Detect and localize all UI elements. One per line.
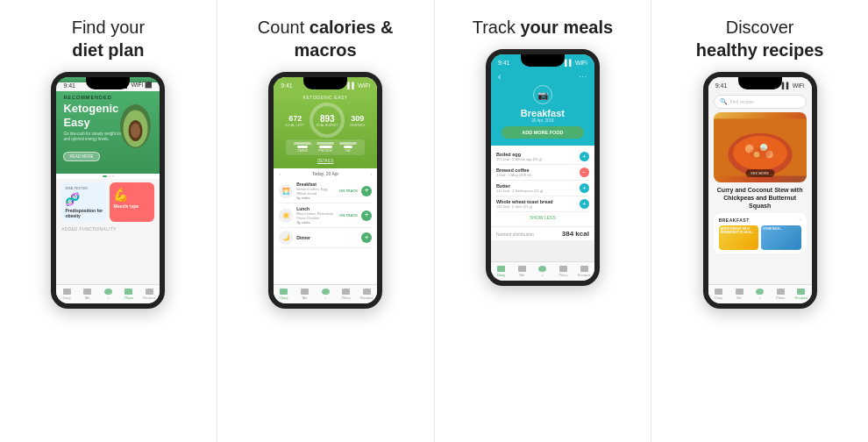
phone3-screen: 9:41 ▌▌ WiFi ‹ ··· 📷 Breakfast 30 Apr, 2… — [491, 54, 594, 281]
tab-me[interactable]: Me — [77, 289, 98, 300]
svg-point-3 — [131, 124, 140, 139]
tab-recipes[interactable]: Recipes — [139, 289, 160, 300]
calories-row: 672 KCAL LEFT 893 KCAL BUDGET 309 BURNED — [281, 103, 370, 138]
tab3-me[interactable]: Me — [511, 266, 532, 277]
breakfast-section: BREAKFAST › ANTIOXIDANT RICH BREAKFAST P… — [714, 213, 807, 253]
recipe-thumb-2: #YEW INCH... — [761, 225, 801, 250]
phone4-screen: 9:41 ▌▌ WiFi 🔍 Find recipes — [708, 77, 812, 303]
panel4-title: Discover healthy recipes — [696, 16, 824, 61]
food-list: Boiled egg 151 kcal · 2 Whole egg (55 g)… — [491, 146, 594, 226]
phone4-tabs: Diary Me + Plans Recipes — [708, 284, 812, 303]
tab2-add[interactable]: + — [315, 289, 336, 300]
phone4-status-bar: 9:41 ▌▌ WiFi — [708, 77, 812, 91]
diary-section: ‹ Today, 20 Apr › 🌅 Breakfast Brewed cof… — [274, 168, 377, 251]
meal-dinner: 🌙 Dinner + — [279, 228, 372, 248]
details-button[interactable]: DETAILS — [281, 157, 370, 165]
phone3-header: ‹ ··· 📷 Breakfast 30 Apr, 2018 ADD MORE … — [491, 68, 594, 146]
right-calories: 309 BURNED — [350, 114, 365, 127]
tab4-add[interactable]: + — [750, 289, 771, 300]
add-egg-button[interactable]: + — [580, 152, 589, 161]
feature-cards: DNA-TESTER 🧬 Predisposition for obesity … — [56, 179, 160, 225]
tab2-recipes[interactable]: Recipes — [357, 289, 378, 300]
panel3-title: Track your meals — [473, 16, 613, 39]
tab3-plans[interactable]: Plans — [553, 266, 574, 277]
meal-icon-lunch: ☀️ — [279, 209, 293, 223]
food-butter: Butter 112 kcal · 1 Tablespoon (15 g) + — [496, 181, 589, 196]
macro-fat: FAT — [339, 142, 357, 153]
phone3-mockup: 9:41 ▌▌ WiFi ‹ ··· 📷 Breakfast 30 Apr, 2… — [486, 49, 600, 286]
meal-lunch: ☀️ Lunch Mixed salad, Remolade, Roast Ch… — [279, 203, 372, 228]
phone1-status-bar: 9:41 ▌▌ WiFi ⬛ — [56, 77, 160, 91]
svg-point-11 — [749, 147, 770, 159]
panel2-title: Count calories & macros — [226, 16, 425, 61]
phone4-mockup: 9:41 ▌▌ WiFi 🔍 Find recipes — [703, 72, 817, 309]
tab3-recipes[interactable]: Recipes — [573, 266, 594, 277]
phone3-status-bar: 9:41 ▌▌ WiFi — [491, 54, 594, 68]
calorie-ring: 893 KCAL BUDGET — [309, 103, 345, 138]
left-calories: 672 KCAL LEFT — [286, 114, 304, 127]
search-bar[interactable]: 🔍 Find recipes — [714, 95, 807, 109]
tab2-diary[interactable]: Diary — [274, 289, 295, 300]
recipe-thumb-1: ANTIOXIDANT RICH BREAKFAST PLAN A... — [719, 225, 759, 250]
panel-track-meals: Track your meals 9:41 ▌▌ WiFi ‹ ··· 📷 Br… — [435, 0, 652, 442]
phone3-nav: ‹ ··· — [498, 72, 587, 82]
tab4-recipes[interactable]: Recipes — [791, 289, 812, 300]
add-food-button[interactable]: ADD MORE FOOD — [502, 126, 584, 139]
phone2-mockup: 9:41 ▌▌ WiFi KETOGENIC EASY 672 KCAL LEF… — [268, 72, 382, 309]
dna-card: DNA-TESTER 🧬 Predisposition for obesity — [61, 182, 106, 222]
phone3-tabs: Diary Me + Plans Recipes — [491, 261, 594, 281]
tab3-add[interactable]: + — [532, 266, 553, 277]
phone2-header: KETOGENIC EASY 672 KCAL LEFT 893 KCAL BU… — [274, 91, 377, 168]
tab2-me[interactable]: Me — [295, 289, 316, 300]
phone1-tabs: Diary Me + Plans Recipes — [56, 284, 160, 303]
panel-recipes: Discover healthy recipes 9:41 ▌▌ WiFi 🔍 … — [651, 0, 868, 442]
added-functionality: ADDED FUNCTIONALITY — [56, 225, 160, 233]
phone1-screen: 9:41 ▌▌ WiFi ⬛ RECOMMENDED Ketogenic Eas… — [56, 77, 160, 303]
see-more-button[interactable]: SEE MORE — [745, 169, 774, 177]
tab4-me[interactable]: Me — [729, 289, 750, 300]
add-breakfast-button[interactable]: + — [361, 186, 372, 196]
tab2-plans[interactable]: Plans — [336, 289, 357, 300]
tab-diary[interactable]: Diary — [56, 289, 77, 300]
food-boiled-egg: Boiled egg 151 kcal · 2 Whole egg (55 g)… — [496, 149, 589, 165]
food-coffee: Brewed coffee 2 kcal · 1 Mug (200 ml) − — [496, 165, 589, 181]
read-more-button[interactable]: READ MORE — [63, 152, 99, 161]
food-toast: Whole wheat toast bread 120 kcal · 2 sli… — [496, 196, 589, 212]
section-arrow[interactable]: › — [799, 217, 800, 223]
phone2-tabs: Diary Me + Plans Recipes — [274, 284, 377, 303]
panel-diet-plan: Find your diet plan 9:41 ▌▌ WiFi ⬛ RECOM… — [0, 0, 217, 442]
tab4-plans[interactable]: Plans — [770, 289, 791, 300]
add-lunch-button[interactable]: + — [361, 210, 372, 221]
meal-icon-dinner: 🌙 — [279, 231, 293, 245]
total-bar: Nutrient distribution 384 kcal — [491, 226, 594, 240]
camera-button[interactable]: 📷 — [533, 85, 552, 104]
meal-icon-breakfast: 🌅 — [279, 184, 293, 198]
panel1-title: Find your diet plan — [72, 16, 145, 61]
show-less-button[interactable]: SHOW LESS — [496, 212, 589, 223]
tab3-diary[interactable]: Diary — [491, 266, 512, 277]
meal-title: Breakfast — [498, 108, 587, 118]
add-dinner-button[interactable]: + — [361, 232, 372, 243]
meal-breakfast: 🌅 Breakfast Brewed coffee, Egg, Wheat br… — [279, 179, 372, 203]
macro-protein: PROTEIN — [317, 142, 334, 153]
tab-plans[interactable]: Plans — [118, 289, 139, 300]
recipe-thumbnails: ANTIOXIDANT RICH BREAKFAST PLAN A... #YE… — [719, 225, 801, 250]
phone2-status-bar: 9:41 ▌▌ WiFi — [274, 77, 377, 91]
back-button[interactable]: ‹ — [498, 72, 501, 82]
recipe-hero: SEE MORE — [714, 112, 807, 182]
remove-coffee-button[interactable]: − — [580, 168, 589, 177]
macros-row: CARBS PROTEIN FAT — [286, 139, 365, 155]
meal-date: 30 Apr, 2018 — [498, 118, 587, 123]
tab4-diary[interactable]: Diary — [708, 289, 729, 300]
phone1-mockup: 9:41 ▌▌ WiFi ⬛ RECOMMENDED Ketogenic Eas… — [51, 72, 165, 309]
tab-add[interactable]: + — [98, 289, 119, 300]
more-options[interactable]: ··· — [579, 73, 587, 81]
muscle-card: 💪 Muscle type — [110, 182, 154, 222]
add-butter-button[interactable]: + — [580, 183, 589, 193]
diary-date: ‹ Today, 20 Apr › — [279, 171, 372, 176]
avocado-icon — [111, 100, 160, 153]
phone2-screen: 9:41 ▌▌ WiFi KETOGENIC EASY 672 KCAL LEF… — [274, 77, 377, 303]
macro-carbs: CARBS — [294, 142, 311, 153]
add-toast-button[interactable]: + — [580, 199, 589, 209]
total-calories: 384 kcal — [562, 230, 589, 238]
